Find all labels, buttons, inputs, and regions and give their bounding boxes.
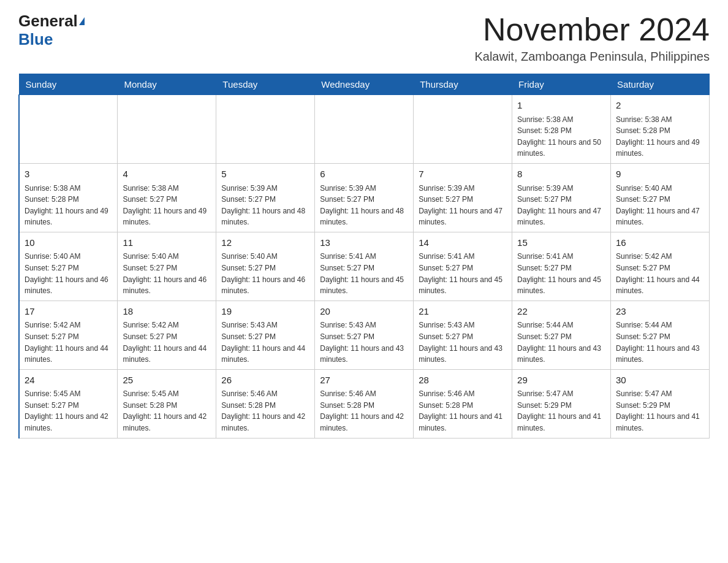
day-cell: 17Sunrise: 5:42 AM Sunset: 5:27 PM Dayli… <box>19 301 118 369</box>
day-cell: 30Sunrise: 5:47 AM Sunset: 5:29 PM Dayli… <box>611 369 710 438</box>
day-number: 23 <box>616 305 704 319</box>
day-cell: 11Sunrise: 5:40 AM Sunset: 5:27 PM Dayli… <box>118 232 216 301</box>
header-sunday: Sunday <box>19 74 118 95</box>
day-info: Sunrise: 5:47 AM Sunset: 5:29 PM Dayligh… <box>517 388 605 434</box>
calendar-table: SundayMondayTuesdayWednesdayThursdayFrid… <box>18 74 710 438</box>
day-cell: 22Sunrise: 5:44 AM Sunset: 5:27 PM Dayli… <box>512 301 611 369</box>
day-number: 5 <box>221 167 309 182</box>
page-header: General Blue November 2024 Kalawit, Zamb… <box>18 12 710 64</box>
subtitle: Kalawit, Zamboanga Peninsula, Philippine… <box>474 50 710 64</box>
week-row-1: 1Sunrise: 5:38 AM Sunset: 5:28 PM Daylig… <box>19 95 710 164</box>
header-thursday: Thursday <box>414 74 512 95</box>
day-info: Sunrise: 5:38 AM Sunset: 5:28 PM Dayligh… <box>616 114 704 159</box>
day-number: 7 <box>419 167 507 182</box>
day-info: Sunrise: 5:40 AM Sunset: 5:27 PM Dayligh… <box>123 251 211 296</box>
calendar-header-row: SundayMondayTuesdayWednesdayThursdayFrid… <box>19 74 710 95</box>
day-cell: 9Sunrise: 5:40 AM Sunset: 5:27 PM Daylig… <box>611 164 710 232</box>
day-info: Sunrise: 5:43 AM Sunset: 5:27 PM Dayligh… <box>221 320 309 365</box>
day-info: Sunrise: 5:40 AM Sunset: 5:27 PM Dayligh… <box>221 251 309 296</box>
day-number: 30 <box>616 373 704 388</box>
main-title: November 2024 <box>474 12 710 47</box>
day-cell: 24Sunrise: 5:45 AM Sunset: 5:27 PM Dayli… <box>19 369 118 438</box>
day-number: 27 <box>320 373 408 388</box>
day-cell: 10Sunrise: 5:40 AM Sunset: 5:27 PM Dayli… <box>19 232 118 301</box>
header-tuesday: Tuesday <box>216 74 315 95</box>
day-cell: 5Sunrise: 5:39 AM Sunset: 5:27 PM Daylig… <box>216 164 315 232</box>
day-cell: 2Sunrise: 5:38 AM Sunset: 5:28 PM Daylig… <box>611 95 710 164</box>
day-cell: 12Sunrise: 5:40 AM Sunset: 5:27 PM Dayli… <box>216 232 315 301</box>
header-friday: Friday <box>512 74 611 95</box>
day-cell <box>19 95 118 164</box>
day-number: 26 <box>221 373 309 388</box>
day-info: Sunrise: 5:38 AM Sunset: 5:27 PM Dayligh… <box>123 183 211 228</box>
day-number: 1 <box>517 99 605 113</box>
day-info: Sunrise: 5:39 AM Sunset: 5:27 PM Dayligh… <box>320 183 408 228</box>
day-info: Sunrise: 5:46 AM Sunset: 5:28 PM Dayligh… <box>419 388 507 434</box>
day-cell <box>216 95 315 164</box>
day-cell: 26Sunrise: 5:46 AM Sunset: 5:28 PM Dayli… <box>216 369 315 438</box>
day-info: Sunrise: 5:38 AM Sunset: 5:28 PM Dayligh… <box>25 183 112 228</box>
day-cell: 14Sunrise: 5:41 AM Sunset: 5:27 PM Dayli… <box>414 232 512 301</box>
week-row-4: 17Sunrise: 5:42 AM Sunset: 5:27 PM Dayli… <box>19 301 710 369</box>
day-number: 29 <box>517 373 605 388</box>
day-number: 20 <box>320 305 408 319</box>
day-info: Sunrise: 5:46 AM Sunset: 5:28 PM Dayligh… <box>221 388 309 434</box>
day-cell: 8Sunrise: 5:39 AM Sunset: 5:27 PM Daylig… <box>512 164 611 232</box>
day-number: 14 <box>419 236 507 250</box>
day-info: Sunrise: 5:42 AM Sunset: 5:27 PM Dayligh… <box>25 320 112 365</box>
day-info: Sunrise: 5:41 AM Sunset: 5:27 PM Dayligh… <box>517 251 605 296</box>
day-cell: 4Sunrise: 5:38 AM Sunset: 5:27 PM Daylig… <box>118 164 216 232</box>
day-number: 21 <box>419 305 507 319</box>
day-cell: 28Sunrise: 5:46 AM Sunset: 5:28 PM Dayli… <box>414 369 512 438</box>
day-info: Sunrise: 5:47 AM Sunset: 5:29 PM Dayligh… <box>616 388 704 434</box>
day-info: Sunrise: 5:44 AM Sunset: 5:27 PM Dayligh… <box>517 320 605 365</box>
day-number: 12 <box>221 236 309 250</box>
day-number: 18 <box>123 305 211 319</box>
day-info: Sunrise: 5:39 AM Sunset: 5:27 PM Dayligh… <box>221 183 309 228</box>
header-wednesday: Wednesday <box>315 74 414 95</box>
day-number: 6 <box>320 167 408 182</box>
week-row-2: 3Sunrise: 5:38 AM Sunset: 5:28 PM Daylig… <box>19 164 710 232</box>
day-cell: 6Sunrise: 5:39 AM Sunset: 5:27 PM Daylig… <box>315 164 414 232</box>
day-info: Sunrise: 5:39 AM Sunset: 5:27 PM Dayligh… <box>419 183 507 228</box>
day-number: 15 <box>517 236 605 250</box>
day-info: Sunrise: 5:43 AM Sunset: 5:27 PM Dayligh… <box>419 320 507 365</box>
day-info: Sunrise: 5:42 AM Sunset: 5:27 PM Dayligh… <box>616 251 704 296</box>
week-row-5: 24Sunrise: 5:45 AM Sunset: 5:27 PM Dayli… <box>19 369 710 438</box>
day-number: 13 <box>320 236 408 250</box>
header-saturday: Saturday <box>611 74 710 95</box>
day-cell: 29Sunrise: 5:47 AM Sunset: 5:29 PM Dayli… <box>512 369 611 438</box>
day-info: Sunrise: 5:43 AM Sunset: 5:27 PM Dayligh… <box>320 320 408 365</box>
day-cell: 16Sunrise: 5:42 AM Sunset: 5:27 PM Dayli… <box>611 232 710 301</box>
week-row-3: 10Sunrise: 5:40 AM Sunset: 5:27 PM Dayli… <box>19 232 710 301</box>
day-info: Sunrise: 5:41 AM Sunset: 5:27 PM Dayligh… <box>320 251 408 296</box>
day-info: Sunrise: 5:41 AM Sunset: 5:27 PM Dayligh… <box>419 251 507 296</box>
day-cell: 20Sunrise: 5:43 AM Sunset: 5:27 PM Dayli… <box>315 301 414 369</box>
day-cell <box>118 95 216 164</box>
day-number: 25 <box>123 373 211 388</box>
day-number: 16 <box>616 236 704 250</box>
day-number: 22 <box>517 305 605 319</box>
day-cell: 23Sunrise: 5:44 AM Sunset: 5:27 PM Dayli… <box>611 301 710 369</box>
day-cell: 27Sunrise: 5:46 AM Sunset: 5:28 PM Dayli… <box>315 369 414 438</box>
day-number: 10 <box>25 236 112 250</box>
day-cell <box>315 95 414 164</box>
logo-triangle <box>79 17 85 25</box>
day-cell: 1Sunrise: 5:38 AM Sunset: 5:28 PM Daylig… <box>512 95 611 164</box>
logo-text: General <box>18 12 85 30</box>
day-info: Sunrise: 5:45 AM Sunset: 5:28 PM Dayligh… <box>123 388 211 434</box>
day-cell: 7Sunrise: 5:39 AM Sunset: 5:27 PM Daylig… <box>414 164 512 232</box>
day-info: Sunrise: 5:40 AM Sunset: 5:27 PM Dayligh… <box>616 183 704 228</box>
day-cell: 21Sunrise: 5:43 AM Sunset: 5:27 PM Dayli… <box>414 301 512 369</box>
logo: General Blue <box>18 12 85 49</box>
day-info: Sunrise: 5:45 AM Sunset: 5:27 PM Dayligh… <box>25 388 112 434</box>
day-cell: 19Sunrise: 5:43 AM Sunset: 5:27 PM Dayli… <box>216 301 315 369</box>
day-cell: 13Sunrise: 5:41 AM Sunset: 5:27 PM Dayli… <box>315 232 414 301</box>
day-info: Sunrise: 5:42 AM Sunset: 5:27 PM Dayligh… <box>123 320 211 365</box>
day-number: 19 <box>221 305 309 319</box>
header-monday: Monday <box>118 74 216 95</box>
day-cell: 25Sunrise: 5:45 AM Sunset: 5:28 PM Dayli… <box>118 369 216 438</box>
day-number: 4 <box>123 167 211 182</box>
day-number: 24 <box>25 373 112 388</box>
day-number: 8 <box>517 167 605 182</box>
